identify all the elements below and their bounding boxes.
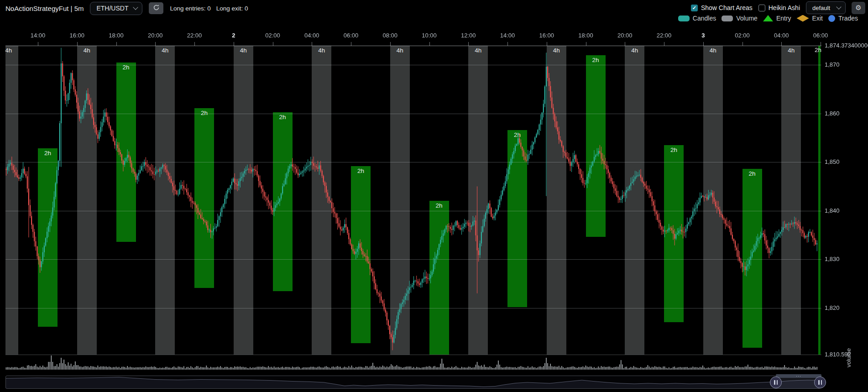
volume-axis-label: volume [845, 335, 852, 367]
time-axis-label: 14:00 [31, 32, 46, 39]
pause-bar-icon [818, 380, 820, 385]
time-axis-label: 06:00 [344, 32, 359, 39]
time-axis-tick [625, 42, 625, 46]
time-axis-tick [743, 42, 743, 46]
time-axis-label: 3 [701, 32, 705, 39]
time-axis-label: 02:00 [265, 32, 280, 39]
price-axis-label: 1,850 [825, 158, 840, 166]
price-axis-label: 1,830 [825, 255, 840, 263]
navigator-right-handle[interactable] [814, 376, 826, 388]
time-axis-tick [273, 42, 273, 46]
price-axis-label: 1,840 [825, 207, 840, 215]
time-axis-label: 22:00 [657, 32, 672, 39]
time-axis-tick [821, 42, 821, 46]
pause-bar-icon [774, 380, 775, 385]
navigator-left-handle[interactable] [770, 376, 782, 388]
time-axis-tick [312, 42, 312, 46]
time-axis-label: 10:00 [422, 32, 437, 39]
candlestick-chart-canvas[interactable] [0, 0, 868, 392]
time-axis-label: 18:00 [578, 32, 593, 39]
time-axis-tick [664, 42, 664, 46]
time-axis-label: 20:00 [617, 32, 633, 39]
time-axis-tick [116, 42, 117, 46]
time-axis-label: 18:00 [109, 32, 124, 39]
time-axis-tick [586, 42, 586, 46]
time-axis-label: 16:00 [69, 32, 84, 39]
pause-bar-icon [777, 380, 778, 385]
time-axis-tick [429, 42, 430, 46]
time-axis-label: 04:00 [774, 32, 789, 39]
time-axis-tick [234, 42, 234, 46]
price-axis-label: 1,870 [825, 61, 840, 69]
time-axis-tick [468, 42, 469, 46]
time-axis-tick [155, 42, 156, 46]
time-axis-label: 06:00 [813, 32, 828, 39]
time-axis-label: 2 [232, 32, 235, 39]
pause-bar-icon [821, 380, 822, 385]
time-axis-label: 16:00 [539, 32, 554, 39]
time-axis-tick [781, 42, 782, 46]
time-axis-tick [703, 42, 704, 46]
time-axis-tick [77, 42, 78, 46]
time-axis-label: 02:00 [735, 32, 750, 39]
trading-app: NoActionStrategyFut | 5m ETH/USDT Long e… [0, 0, 868, 392]
time-axis-tick [38, 42, 38, 46]
price-axis-label: 1,860 [825, 110, 840, 118]
time-axis-label: 22:00 [187, 32, 202, 39]
price-axis-label: 1,874.373400000 [825, 42, 868, 50]
right-edge-band-label: 2h [815, 47, 821, 53]
navigator-grip-handle[interactable]: ··· [776, 374, 821, 378]
time-axis-label: 08:00 [382, 32, 397, 39]
time-axis-tick [194, 42, 195, 46]
time-axis-tick [507, 42, 508, 46]
time-axis-label: 12:00 [461, 32, 476, 39]
time-axis-tick [390, 42, 391, 46]
time-axis-tick [351, 42, 351, 46]
navigator-track[interactable] [5, 376, 820, 389]
time-axis-label: 14:00 [500, 32, 515, 39]
price-axis-label: 1,820 [825, 304, 840, 312]
time-axis-label: 20:00 [148, 32, 163, 39]
time-axis-tick [547, 42, 547, 46]
time-axis-label: 04:00 [304, 32, 319, 39]
